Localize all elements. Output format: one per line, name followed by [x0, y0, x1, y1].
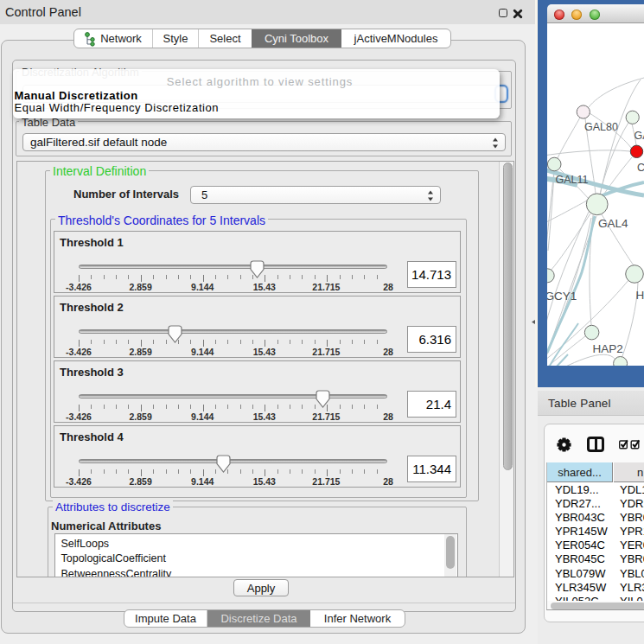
svg-text:C: C: [637, 162, 644, 174]
svg-text:HAP2: HAP2: [593, 342, 623, 355]
svg-text:GAL80: GAL80: [584, 121, 618, 133]
svg-text:GA: GA: [634, 130, 644, 142]
svg-text:GAL11: GAL11: [556, 174, 589, 186]
svg-text:GAL4: GAL4: [598, 217, 628, 230]
svg-text:GCY1: GCY1: [547, 290, 577, 303]
svg-text:H: H: [636, 289, 644, 302]
